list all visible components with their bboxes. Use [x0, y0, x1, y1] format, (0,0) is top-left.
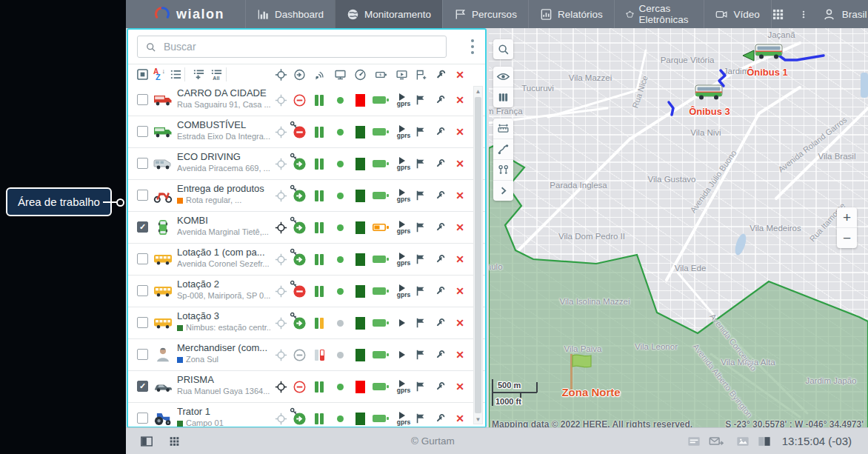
actual-state-icon[interactable] — [331, 180, 349, 211]
connection-state-icon[interactable] — [351, 148, 369, 179]
unit-checkbox[interactable] — [137, 381, 148, 392]
unit-checkbox[interactable] — [137, 349, 148, 360]
actual-state-icon[interactable] — [331, 212, 349, 243]
connection-state-icon[interactable] — [351, 339, 369, 370]
notifications-mail-icon[interactable] — [709, 434, 724, 449]
battery-icon[interactable] — [372, 212, 390, 243]
data-accuracy-icon[interactable] — [310, 212, 328, 243]
actual-state-icon[interactable] — [331, 84, 349, 116]
data-accuracy-icon[interactable] — [310, 180, 328, 211]
media-gprs-icon[interactable]: gprs — [393, 244, 410, 275]
connection-state-icon[interactable] — [351, 371, 369, 402]
motion-state-icon[interactable] — [290, 339, 308, 370]
tab-monitoramento[interactable]: Monitoramento — [335, 0, 442, 28]
unit-properties-icon[interactable] — [431, 339, 449, 370]
battery-icon[interactable] — [372, 371, 390, 402]
unit-properties-icon[interactable] — [431, 116, 449, 147]
flag-icon[interactable] — [412, 403, 430, 427]
media-gprs-icon[interactable]: gprs — [393, 116, 410, 147]
watch-on-map-icon[interactable] — [272, 180, 290, 211]
watch-on-map-icon[interactable] — [272, 116, 290, 147]
tab-relat-rios[interactable]: Relatórios — [528, 0, 614, 28]
unit-row[interactable]: Merchandiser (com... Zona Sul ✕ — [128, 339, 485, 371]
data-accuracy-icon[interactable] — [310, 116, 328, 147]
actual-state-icon[interactable] — [331, 148, 349, 179]
watch-on-map-icon[interactable] — [272, 84, 290, 116]
search-input[interactable] — [162, 40, 446, 53]
connection-state-icon[interactable] — [351, 307, 369, 338]
remove-from-list-icon[interactable]: ✕ — [451, 307, 469, 338]
connection-state-icon[interactable] — [351, 116, 369, 147]
actual-state-icon[interactable] — [331, 371, 349, 402]
col-connection-icon[interactable] — [331, 68, 349, 81]
motion-state-icon[interactable] — [290, 116, 308, 147]
motion-state-icon[interactable] — [290, 403, 308, 427]
unit-row[interactable]: CARRO DA CIDADE Rua Saguairu 91, Casa ..… — [128, 84, 485, 116]
media-gprs-icon[interactable]: gprs — [393, 276, 410, 307]
unit-checkbox[interactable] — [137, 285, 148, 296]
remove-from-list-icon[interactable]: ✕ — [451, 403, 469, 427]
unit-properties-icon[interactable] — [431, 276, 449, 307]
unit-properties-icon[interactable] — [431, 244, 449, 275]
tab-v-deo[interactable]: Vídeo — [704, 0, 771, 28]
watch-on-map-icon[interactable] — [272, 276, 290, 307]
unit-checkbox[interactable] — [137, 158, 148, 169]
battery-icon[interactable] — [372, 244, 390, 275]
unit-row[interactable]: ECO DRIVING Avenida Piracema 669, ... gp… — [128, 148, 485, 180]
col-satellite-icon[interactable] — [310, 68, 328, 81]
col-video-icon[interactable] — [393, 68, 410, 81]
watch-on-map-icon[interactable] — [272, 403, 290, 427]
unit-properties-icon[interactable] — [431, 403, 449, 427]
unit-row[interactable]: Lotação 1 (com pa... Avenida Coronel Sez… — [128, 244, 485, 276]
actual-state-icon[interactable] — [331, 307, 349, 338]
map-unit-marker[interactable] — [754, 41, 784, 61]
list-view-icon[interactable] — [167, 67, 184, 83]
zoom-in-button[interactable]: + — [837, 207, 857, 228]
connection-state-icon[interactable] — [351, 84, 369, 116]
list-scrollbar[interactable]: ▲ ▼ — [473, 86, 483, 424]
remove-from-list-icon[interactable]: ✕ — [451, 148, 469, 179]
battery-icon[interactable] — [372, 148, 390, 179]
watch-on-map-icon[interactable] — [272, 148, 290, 179]
map-eye-button[interactable] — [493, 67, 513, 87]
flag-icon[interactable] — [412, 339, 430, 370]
motion-state-icon[interactable] — [290, 212, 308, 243]
flag-icon[interactable] — [412, 244, 430, 275]
apps-grid-icon[interactable] — [772, 8, 784, 21]
unit-properties-icon[interactable] — [431, 307, 449, 338]
col-add-flag-icon[interactable] — [412, 68, 430, 81]
media-gprs-icon[interactable]: gprs — [393, 180, 410, 211]
unit-properties-icon[interactable] — [431, 212, 449, 243]
unit-checkbox[interactable] — [137, 413, 148, 424]
unit-row[interactable]: Lotação 3 Nimbus: estação centr... ✕ — [128, 307, 485, 339]
motion-state-icon[interactable] — [290, 148, 308, 179]
battery-icon[interactable] — [372, 276, 390, 307]
remove-from-list-icon[interactable]: ✕ — [451, 212, 469, 243]
remove-from-list-icon[interactable]: ✕ — [451, 180, 469, 211]
unit-row[interactable]: KOMBI Avenida Marginal Tietê,... gprs ✕ — [128, 212, 485, 244]
tab-percursos[interactable]: Percursos — [442, 0, 528, 28]
unit-row[interactable]: Lotação 2 Sp-008, Mairiporã, SP 0... gpr… — [128, 276, 485, 307]
add-to-list-icon[interactable] — [190, 67, 207, 83]
zoom-out-button[interactable]: − — [837, 228, 857, 248]
flag-icon[interactable] — [412, 276, 430, 307]
flag-icon[interactable] — [412, 148, 430, 179]
media-gprs-icon[interactable]: gprs — [393, 84, 410, 116]
unit-properties-icon[interactable] — [431, 84, 449, 116]
battery-icon[interactable] — [372, 307, 390, 338]
watch-on-map-icon[interactable] — [272, 244, 290, 275]
show-all-icon[interactable] — [208, 67, 224, 83]
col-motion-icon[interactable] — [290, 68, 308, 81]
actual-state-icon[interactable] — [331, 339, 349, 370]
flag-icon[interactable] — [412, 307, 430, 338]
display-mode-icon[interactable] — [134, 67, 150, 83]
watch-on-map-icon[interactable] — [272, 339, 290, 370]
motion-state-icon[interactable] — [290, 276, 308, 307]
actual-state-icon[interactable] — [331, 116, 349, 147]
apps-dots-icon[interactable] — [167, 434, 181, 449]
media-gprs-icon[interactable]: gprs — [393, 212, 410, 243]
data-accuracy-icon[interactable] — [310, 148, 328, 179]
battery-icon[interactable] — [372, 116, 390, 147]
unit-checkbox[interactable] — [137, 94, 148, 105]
flag-icon[interactable] — [412, 371, 430, 402]
